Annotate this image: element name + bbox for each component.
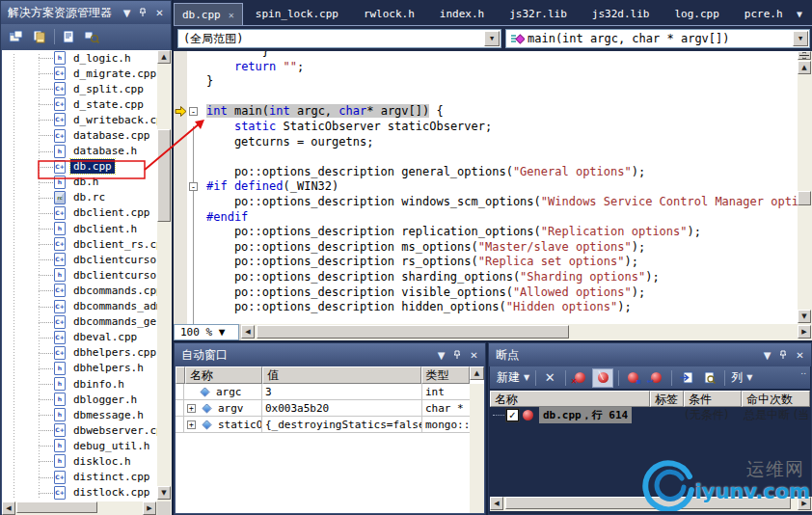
chevron-down-icon[interactable]: ▼: [484, 31, 500, 46]
tree-item-dbmessage-h[interactable]: hdbmessage.h: [2, 407, 170, 422]
tab-db-cpp[interactable]: db.cpp✕: [174, 3, 243, 25]
tree-item-d-state-cpp[interactable]: C+d_state.cpp: [2, 96, 170, 112]
autos-vertical-scrollbar[interactable]: [470, 384, 484, 513]
scroll-up-icon[interactable]: ▲: [798, 61, 811, 74]
tree-item-db-cpp[interactable]: C+db.cpp: [2, 159, 170, 175]
tree-item-dbcommands-ger[interactable]: C+dbcommands_ger: [2, 314, 170, 330]
scroll-left-icon[interactable]: ◀: [2, 501, 15, 515]
tree-item-dbinfo-h[interactable]: hdbinfo.h: [2, 376, 170, 392]
tab-js32d-lib[interactable]: js32d.lib: [580, 3, 663, 25]
editor-hscroll-thumb[interactable]: [257, 325, 569, 339]
tab-spin-lock-cpp[interactable]: spin_lock.cpp: [243, 3, 351, 25]
tree-item-d-logic-h[interactable]: hd_logic.h: [2, 50, 170, 66]
tab-pcre-h[interactable]: pcre.h: [732, 3, 796, 25]
autos-cell-value[interactable]: {_destroyingStatics=false }: [262, 417, 422, 433]
fold-toggle-icon[interactable]: -: [189, 182, 198, 191]
columns-button[interactable]: 列▼: [728, 368, 755, 388]
editor-horizontal-scrollbar[interactable]: ◀ ▶: [241, 324, 812, 340]
autos-cell-value[interactable]: 3: [262, 384, 422, 400]
tree-hscroll-thumb[interactable]: [16, 501, 97, 513]
scroll-right-icon[interactable]: ▶: [798, 497, 811, 510]
tree-item-dbcommands-cpp[interactable]: C+dbcommands.cpp: [2, 283, 170, 298]
tab-log-cpp[interactable]: log.cpp: [662, 3, 731, 25]
breakpoints-horizontal-scrollbar[interactable]: ◀ ▶: [490, 497, 812, 511]
close-icon[interactable]: ✕: [152, 6, 167, 20]
toolbar-overflow-icon[interactable]: ..: [800, 366, 806, 376]
tree-vertical-scrollbar[interactable]: ▲ ▼: [157, 50, 172, 501]
go-to-disassembly-button[interactable]: [698, 368, 719, 388]
export-breakpoints-button[interactable]: ▪: [622, 368, 643, 388]
editor-vertical-scrollbar[interactable]: ▲ ▼: [798, 51, 812, 324]
scroll-up-icon[interactable]: ▲: [157, 50, 171, 64]
scroll-left-icon[interactable]: ◀: [490, 497, 503, 510]
tree-item-dbclient-rs-cp[interactable]: C+dbclient_rs.cp: [2, 236, 170, 252]
bp-col-name[interactable]: 名称: [490, 391, 650, 407]
tree-item-dblogger-h[interactable]: hdblogger.h: [2, 392, 170, 407]
close-icon[interactable]: ✕: [229, 10, 234, 20]
tree-item-dbclientcursor[interactable]: hdbclientcursor: [2, 267, 170, 283]
expand-icon[interactable]: +: [187, 420, 196, 429]
autos-cell-name[interactable]: +argv: [184, 400, 262, 417]
split-handle-icon[interactable]: [798, 51, 811, 60]
breakpoint-checkbox[interactable]: ✓: [506, 409, 519, 421]
bp-col-hitcount[interactable]: 命中次数: [742, 391, 810, 407]
scroll-left-icon[interactable]: ◀: [241, 325, 255, 339]
tab-overflow-chevron-icon[interactable]: ▼: [797, 9, 812, 25]
scroll-right-icon[interactable]: ▶: [798, 325, 811, 339]
tree-item-dbhelpers-cpp[interactable]: C+dbhelpers.cpp: [2, 345, 170, 361]
close-icon[interactable]: ✕: [467, 348, 481, 363]
pin-icon[interactable]: [136, 6, 150, 20]
code-area[interactable]: } return "";}-int main(int argc, char* a…: [174, 51, 798, 324]
tree-item-distlock-cpp[interactable]: C+distlock.cpp: [2, 485, 170, 501]
go-to-source-button[interactable]: [675, 368, 696, 388]
show-all-files-icon[interactable]: [28, 27, 49, 46]
autos-cell-name[interactable]: +staticO: [184, 417, 262, 433]
member-dropdown[interactable]: main(int argc, char * argv[]) ▼: [505, 29, 810, 48]
solution-explorer-tree[interactable]: hd_logic.hC+d_migrate.cppC+d_split.cppC+…: [2, 50, 170, 513]
tree-item-diskloc-h[interactable]: hdiskloc.h: [2, 453, 170, 469]
tree-horizontal-scrollbar[interactable]: ◀ ▶: [2, 501, 172, 515]
autos-col-type[interactable]: 类型: [421, 366, 471, 384]
import-breakpoints-button[interactable]: ↩: [645, 368, 666, 388]
pin-icon[interactable]: [450, 348, 465, 363]
editor-vscroll-thumb[interactable]: [798, 191, 811, 205]
tree-item-dbclient-cpp[interactable]: C+dbclient.cpp: [2, 205, 170, 221]
bp-hscroll-thumb[interactable]: [505, 497, 791, 509]
tab-js32r-lib[interactable]: js32r.lib: [497, 3, 580, 25]
autos-cell-value[interactable]: 0x003a5b20: [262, 400, 422, 417]
scroll-down-icon[interactable]: ▼: [157, 486, 171, 500]
scroll-right-icon[interactable]: ▶: [143, 501, 156, 515]
scroll-down-icon[interactable]: ▼: [798, 310, 811, 323]
view-code-icon[interactable]: [58, 27, 79, 46]
chevron-down-icon[interactable]: ▼: [120, 6, 134, 20]
delete-all-breakpoints-button[interactable]: ✕: [569, 368, 590, 388]
tree-item-dbwebserver-cp[interactable]: C+dbwebserver.cp: [2, 422, 170, 438]
tree-item-dbhelpers-h[interactable]: hdbhelpers.h: [2, 361, 170, 376]
breakpoint-row[interactable]: ✓db.cpp，行 614(无条件)总是中断 (当: [490, 407, 810, 423]
tree-item-database-h[interactable]: hdatabase.h: [2, 144, 170, 159]
tree-item-debug-util-h[interactable]: hdebug_util.h: [2, 438, 170, 453]
fold-toggle-icon[interactable]: -: [189, 107, 198, 116]
tree-item-d-migrate-cpp[interactable]: C+d_migrate.cpp: [2, 66, 170, 81]
expand-icon[interactable]: +: [187, 404, 196, 413]
tree-item-d-split-cpp[interactable]: C+d_split.cpp: [2, 81, 170, 96]
tree-item-database-cpp[interactable]: C+database.cpp: [2, 127, 170, 143]
autos-col-value[interactable]: 值: [262, 366, 420, 384]
chevron-down-icon[interactable]: ▼: [760, 348, 774, 363]
scope-dropdown[interactable]: (全局范围) ▼: [177, 29, 501, 48]
autos-row[interactable]: argc3int: [176, 384, 484, 400]
tree-item-db-h[interactable]: hdb.h: [2, 175, 170, 190]
tab-rwlock-h[interactable]: rwlock.h: [351, 3, 427, 25]
tree-item-dbcommands-adm[interactable]: C+dbcommands_adm: [2, 299, 170, 314]
tree-item-dbclient-h[interactable]: hdbclient.h: [2, 221, 170, 236]
scroll-up-icon[interactable]: ▲: [470, 366, 484, 380]
autos-row[interactable]: +argv0x003a5b20char * *: [176, 400, 484, 417]
delete-breakpoint-button[interactable]: ✕: [539, 368, 560, 388]
chevron-down-icon[interactable]: ▼: [793, 31, 808, 46]
bp-col-label[interactable]: 标签: [650, 391, 684, 407]
tree-item-d-writeback-cp[interactable]: C+d_writeback.cp: [2, 112, 170, 127]
tab-index-h[interactable]: index.h: [427, 3, 497, 25]
tree-item-dbeval-cpp[interactable]: C+dbeval.cpp: [2, 330, 170, 345]
autos-row[interactable]: +staticO{_destroyingStatics=false }mongo…: [176, 417, 484, 433]
new-breakpoint-button[interactable]: 新建▼: [494, 368, 532, 388]
